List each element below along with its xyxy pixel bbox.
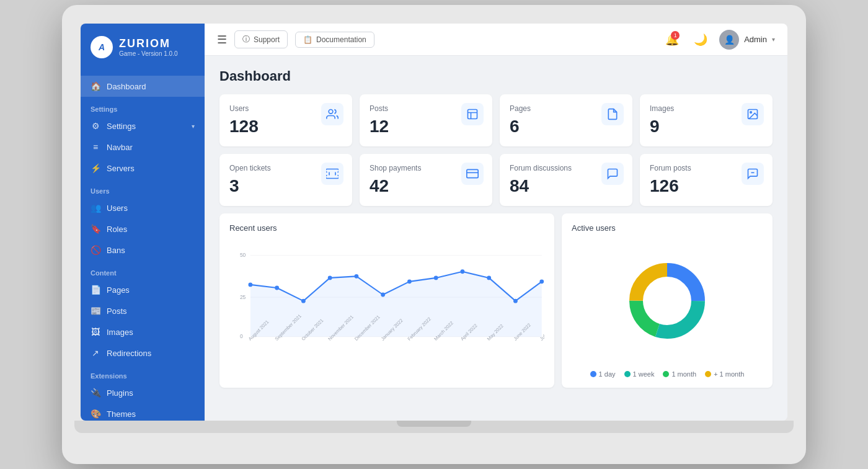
sidebar-item-bans[interactable]: 🚫 Bans (81, 239, 205, 261)
stat-card-posts: Posts 12 (360, 94, 492, 146)
support-button[interactable]: ⓘ Support (234, 30, 288, 48)
documentation-label: Documentation (316, 35, 366, 44)
plugins-icon: 🔌 (91, 388, 100, 398)
user-menu[interactable]: 👤 Admin ▾ (719, 30, 775, 50)
legend-dot-plus1month (705, 371, 711, 377)
support-icon: ⓘ (242, 34, 250, 45)
images-icon: 🖼 (91, 327, 100, 337)
recent-users-chart: Recent users 50 25 0 (219, 213, 554, 388)
stat-icon-forum-posts (742, 163, 764, 185)
legend-1week: 1 week (624, 370, 655, 378)
page-title: Dashboard (219, 68, 773, 84)
active-users-chart: Active users (562, 213, 773, 388)
stat-icon-discussions (601, 163, 624, 185)
svg-point-20 (407, 279, 412, 284)
sidebar-item-redirections[interactable]: ↗ Redirections (81, 342, 205, 364)
avatar: 👤 (719, 30, 739, 50)
stat-card-payments: Shop payments 42 (360, 154, 492, 206)
section-content: Content (81, 261, 205, 279)
bans-icon: 🚫 (91, 245, 100, 255)
brand-name: ZURIOM (119, 37, 178, 50)
chevron-icon: ▾ (192, 123, 195, 130)
legend-label-plus1month: + 1 month (714, 370, 744, 378)
main-content: ☰ ⓘ Support 📋 Documentation 🔔 1 🌙 (205, 24, 787, 421)
svg-point-19 (381, 293, 385, 297)
sidebar-item-posts[interactable]: 📰 Posts (81, 300, 205, 321)
sidebar-item-servers[interactable]: ⚡ Servers (81, 158, 205, 179)
images-label: Images (107, 328, 133, 337)
sidebar-item-dashboard[interactable]: 🏠 Dashboard (81, 76, 205, 97)
page-body: Dashboard Users 128 Posts 12 (205, 56, 787, 421)
sidebar-dashboard-label: Dashboard (107, 82, 146, 91)
notifications-button[interactable]: 🔔 1 (662, 30, 682, 50)
legend-dot-1day (590, 371, 596, 377)
roles-icon: 🔖 (91, 224, 100, 234)
line-chart-svg: 50 25 0 (229, 239, 544, 351)
sidebar-item-users[interactable]: 👥 Users (81, 197, 205, 218)
stat-card-users: Users 128 (219, 94, 352, 146)
sidebar-item-roles[interactable]: 🔖 Roles (81, 218, 205, 239)
stat-icon-images (742, 103, 764, 125)
svg-point-23 (487, 276, 491, 280)
stat-card-pages: Pages 6 (500, 94, 632, 146)
sidebar-item-images[interactable]: 🖼 Images (81, 321, 205, 342)
posts-icon: 📰 (91, 306, 100, 316)
stat-card-tickets: Open tickets 3 (219, 154, 352, 206)
topbar-actions: 🔔 1 🌙 👤 Admin ▾ (662, 30, 775, 50)
sidebar-item-settings[interactable]: ⚙ Settings ▾ (81, 115, 205, 136)
stat-card-forum-posts: Forum posts 126 (640, 154, 773, 206)
svg-point-21 (434, 276, 438, 280)
servers-icon: ⚡ (91, 163, 100, 173)
stat-icon-users (321, 103, 343, 125)
donut-svg (621, 254, 714, 347)
svg-text:25: 25 (240, 294, 246, 300)
svg-point-24 (513, 299, 518, 303)
stat-card-discussions: Forum discussions 84 (500, 154, 632, 206)
section-extensions: Extensions (81, 364, 205, 382)
users-icon: 👥 (91, 203, 100, 213)
pages-label: Pages (107, 285, 130, 295)
sidebar-item-navbar[interactable]: ≡ Navbar (81, 136, 205, 158)
section-users: Users (81, 179, 205, 197)
svg-rect-4 (467, 169, 478, 177)
svg-point-15 (275, 286, 279, 290)
user-chevron-icon: ▾ (772, 36, 775, 43)
legend-label-1week: 1 week (633, 370, 655, 378)
recent-users-title: Recent users (229, 223, 544, 233)
svg-point-0 (329, 110, 333, 114)
documentation-button[interactable]: 📋 Documentation (295, 32, 374, 48)
active-users-title: Active users (572, 223, 763, 233)
legend-1day: 1 day (590, 370, 616, 378)
stat-icon-tickets (321, 163, 343, 185)
legend-label-1month: 1 month (671, 370, 696, 378)
topbar: ☰ ⓘ Support 📋 Documentation 🔔 1 🌙 (205, 24, 787, 56)
logo-text: ZURIOM Game - Version 1.0.0 (119, 37, 178, 57)
servers-label: Servers (107, 164, 135, 173)
stat-icon-payments (461, 163, 484, 185)
redirections-icon: ↗ (91, 348, 100, 358)
sidebar-item-themes[interactable]: 🎨 Themes (81, 403, 205, 421)
plugins-label: Plugins (107, 388, 133, 398)
sidebar-nav: 🏠 Dashboard Settings ⚙ Settings ▾ ≡ Navb… (81, 71, 205, 421)
donut-legend: 1 day 1 week 1 month (572, 370, 763, 378)
svg-point-22 (461, 269, 465, 274)
logo-area: A ZURIOM Game - Version 1.0.0 (81, 24, 205, 71)
posts-label: Posts (107, 306, 127, 316)
sidebar-item-pages[interactable]: 📄 Pages (81, 279, 205, 300)
user-name-label: Admin (744, 35, 767, 44)
line-chart-container: 50 25 0 (229, 239, 544, 351)
stat-icon-posts (461, 103, 484, 125)
section-settings: Settings (81, 97, 205, 115)
svg-point-18 (355, 274, 359, 279)
support-label: Support (254, 35, 280, 44)
stat-card-images: Images 9 (640, 94, 773, 146)
svg-point-16 (301, 299, 306, 303)
menu-toggle-icon[interactable]: ☰ (217, 33, 227, 47)
sidebar-item-plugins[interactable]: 🔌 Plugins (81, 382, 205, 403)
theme-toggle-button[interactable]: 🌙 (691, 30, 711, 50)
legend-1month: 1 month (663, 370, 696, 378)
logo-icon: A (91, 36, 113, 58)
svg-point-3 (750, 112, 752, 114)
svg-text:50: 50 (240, 252, 246, 258)
themes-icon: 🎨 (91, 409, 100, 419)
